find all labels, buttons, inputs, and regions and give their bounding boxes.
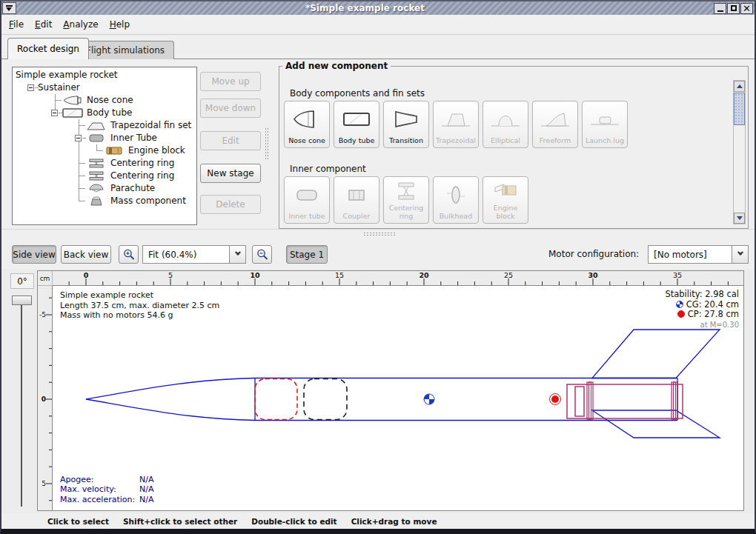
rocket-canvas[interactable]: Simple example rocket Length 37.5 cm, ma… bbox=[53, 286, 743, 510]
component-button-label: Nose cone bbox=[288, 137, 325, 145]
add-centering-ring-button[interactable]: Centering ring bbox=[383, 176, 429, 224]
zoom-out-button[interactable] bbox=[252, 245, 272, 264]
component-button-label: Freeform bbox=[540, 137, 571, 145]
parachute-outline[interactable] bbox=[255, 379, 297, 420]
tree-item-parachute[interactable]: Parachute bbox=[13, 182, 196, 195]
centering-ring-2[interactable] bbox=[672, 382, 677, 419]
tree-item-centering-ring[interactable]: Centering ring bbox=[13, 170, 196, 182]
mass-component-outline[interactable] bbox=[304, 379, 347, 420]
scroll-down-button[interactable] bbox=[734, 213, 745, 224]
add-coupler-button[interactable]: Coupler bbox=[334, 176, 379, 224]
zoom-select[interactable]: Fit (60.4%) bbox=[142, 245, 246, 264]
tree-item-nose-cone[interactable]: Nose cone bbox=[13, 94, 196, 107]
tree-item-trapezoidal-fin-set[interactable]: Trapezoidal fin set bbox=[13, 119, 196, 132]
flight-data-row: Max. velocity:N/A bbox=[60, 484, 153, 495]
stage-1-toggle[interactable]: Stage 1 bbox=[286, 245, 328, 264]
component-button-label: Body tube bbox=[339, 137, 375, 145]
scrollbar-thumb[interactable] bbox=[734, 93, 745, 125]
tree-item-mass-component[interactable]: Mass component bbox=[13, 195, 196, 207]
move-up-button[interactable]: Move up bbox=[200, 72, 261, 91]
nose-cone-icon bbox=[285, 101, 329, 137]
parachute-icon bbox=[85, 183, 107, 194]
cg-value: 20.4 cm bbox=[704, 299, 739, 310]
add-trapezoidal-button[interactable]: Trapezoidal bbox=[433, 101, 479, 148]
add-elliptical-button[interactable]: Elliptical bbox=[483, 101, 528, 148]
stability-label: Stability: bbox=[665, 289, 702, 299]
tree-item-simple-example-rocket[interactable]: Simple example rocket bbox=[13, 69, 196, 81]
menu-analyze[interactable]: Analyze bbox=[63, 17, 105, 32]
delete-button[interactable]: Delete bbox=[200, 195, 261, 214]
group-label-1: Inner component bbox=[290, 164, 366, 174]
tree-guide bbox=[79, 163, 85, 164]
menu-edit[interactable]: Edit bbox=[35, 17, 59, 32]
svg-text:5: 5 bbox=[168, 271, 173, 279]
add-transition-button[interactable]: Transition bbox=[383, 101, 429, 148]
add-freeform-button[interactable]: Freeform bbox=[532, 101, 578, 148]
tree-item-sustainer[interactable]: Sustainer bbox=[13, 81, 196, 94]
group-label-0: Body components and fin sets bbox=[290, 88, 425, 99]
zoom-in-button[interactable] bbox=[119, 245, 139, 264]
side-view-button[interactable]: Side view bbox=[12, 245, 56, 264]
tree-item-body-tube[interactable]: Body tube bbox=[13, 107, 196, 119]
svg-text:5: 5 bbox=[42, 480, 46, 487]
rotation-slider-track[interactable] bbox=[21, 297, 22, 507]
close-button[interactable]: ✕ bbox=[740, 3, 753, 14]
nose-cone-outline[interactable] bbox=[86, 378, 255, 421]
tree-expander-icon[interactable] bbox=[51, 110, 58, 116]
splitter-grip[interactable] bbox=[363, 232, 396, 236]
fin-lower[interactable] bbox=[592, 410, 720, 438]
tree-item-label: Centering ring bbox=[110, 170, 174, 181]
scroll-up-button[interactable] bbox=[734, 81, 745, 92]
tab-flight-simulations[interactable]: Flight simulations bbox=[76, 41, 174, 59]
engineblock-icon bbox=[103, 145, 125, 156]
tree-item-inner-tube[interactable]: Inner Tube bbox=[13, 132, 196, 144]
back-view-button[interactable]: Back view bbox=[61, 245, 111, 264]
tree-item-label: Simple example rocket bbox=[16, 70, 117, 80]
add-nose-cone-button[interactable]: Nose cone bbox=[284, 101, 330, 148]
motor-configuration-value: [No motors] bbox=[649, 250, 732, 260]
vertical-split-grip[interactable] bbox=[265, 127, 269, 160]
add-engine-block-button[interactable]: Engine block bbox=[483, 176, 528, 224]
tree-guide bbox=[97, 150, 103, 151]
component-tree: Simple example rocketSustainerNose coneB… bbox=[12, 67, 197, 225]
menu-file[interactable]: File bbox=[9, 17, 30, 32]
add-inner-tube-button[interactable]: Inner tube bbox=[284, 176, 330, 224]
tree-item-centering-ring[interactable]: Centering ring bbox=[13, 157, 196, 170]
motor-config-dropdown-button[interactable] bbox=[732, 246, 748, 263]
maximize-button[interactable] bbox=[727, 3, 740, 14]
status-hint: Click+drag to move bbox=[351, 517, 437, 526]
minimize-button[interactable] bbox=[714, 3, 726, 14]
tree-guide bbox=[79, 201, 85, 201]
move-down-button[interactable]: Move down bbox=[200, 99, 261, 118]
add-launch-lug-button[interactable]: Launch lug bbox=[582, 101, 628, 148]
chevron-down-icon bbox=[737, 253, 743, 256]
zoom-value: Fit (60.4%) bbox=[143, 250, 229, 260]
tree-expander-icon[interactable] bbox=[27, 84, 34, 91]
component-scrollbar[interactable] bbox=[733, 80, 746, 224]
horizontal-splitter[interactable] bbox=[1, 229, 755, 238]
centering-ring-1[interactable] bbox=[587, 382, 593, 419]
new-stage-button[interactable]: New stage bbox=[200, 164, 261, 183]
flight-label: Max. acceleration: bbox=[60, 495, 139, 505]
innertube-icon bbox=[85, 133, 107, 144]
flight-value: N/A bbox=[139, 484, 153, 495]
component-button-label: Launch lug bbox=[586, 137, 624, 145]
zoom-dropdown-button[interactable] bbox=[229, 246, 245, 263]
tree-expander-icon[interactable] bbox=[75, 135, 82, 141]
tab-rocket-design[interactable]: Rocket design bbox=[7, 38, 89, 59]
title-bar: *Simple example rocket ✕ bbox=[1, 1, 755, 15]
add-component-panel: Add new component Body components and fi… bbox=[279, 61, 749, 229]
add-body-tube-button[interactable]: Body tube bbox=[334, 101, 379, 148]
status-hint: Shift+click to select other bbox=[123, 517, 237, 526]
flight-value: N/A bbox=[139, 495, 153, 505]
fin-upper[interactable] bbox=[592, 330, 720, 378]
motor-configuration-select[interactable]: [No motors] bbox=[648, 245, 749, 264]
tree-item-engine-block[interactable]: Engine block bbox=[13, 144, 196, 157]
edit-button[interactable]: Edit bbox=[200, 131, 261, 150]
add-bulkhead-button[interactable]: Bulkhead bbox=[433, 176, 479, 224]
engine-block-outline[interactable] bbox=[575, 387, 584, 416]
system-menu-button[interactable] bbox=[2, 2, 16, 14]
menu-help[interactable]: Help bbox=[110, 17, 136, 32]
rotation-slider-thumb[interactable] bbox=[12, 296, 32, 305]
inner-tube-icon bbox=[285, 177, 329, 213]
